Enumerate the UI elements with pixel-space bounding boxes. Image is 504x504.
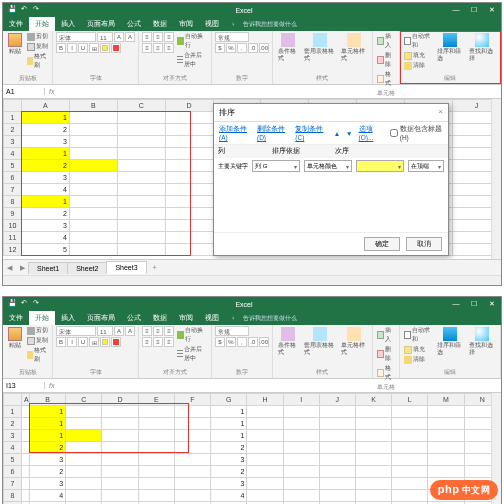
delete-cells[interactable]: 删除 [376, 51, 396, 69]
add-level[interactable]: 添加条件(A) [219, 125, 251, 141]
fx-icon[interactable]: fx [45, 88, 58, 95]
wrap-button[interactable]: 自动换行 [176, 32, 208, 50]
cut-button[interactable]: 剪切 [26, 32, 49, 41]
close-button[interactable]: ✕ [483, 300, 501, 308]
shrink-font[interactable]: A [125, 32, 135, 42]
paste-button[interactable]: 粘贴 [6, 32, 24, 56]
qat-undo-icon[interactable]: ↶ [19, 299, 29, 309]
align-ctr[interactable]: ≡ [153, 43, 163, 53]
tell-me[interactable]: ♀ 告诉我您想要做什么 [225, 18, 309, 31]
tab-home[interactable]: 开始 [29, 311, 55, 325]
fill[interactable]: 填充 [403, 51, 433, 60]
tab-layout[interactable]: 页面布局 [81, 311, 121, 325]
align-left[interactable]: ≡ [142, 43, 152, 53]
underline-button[interactable]: U [78, 43, 88, 53]
sheet-tabs: ◀ ▶ Sheet1 Sheet2 Sheet3 + [3, 259, 501, 275]
table-format[interactable]: 套用表格格式 [302, 32, 337, 62]
italic-button[interactable]: I [67, 43, 77, 53]
bold-button[interactable]: B [56, 43, 66, 53]
tab-view[interactable]: 视图 [199, 311, 225, 325]
delete-level[interactable]: 删除条件(D) [257, 125, 289, 141]
tab-nav-prev[interactable]: ◀ [3, 264, 16, 272]
vscroll[interactable] [491, 99, 501, 259]
clear[interactable]: 清除 [403, 61, 433, 70]
fx-icon[interactable]: fx [45, 382, 58, 389]
tab-data[interactable]: 数据 [147, 17, 173, 31]
header-checkbox[interactable]: 数据包含标题(H) [390, 125, 443, 141]
min-button[interactable]: — [447, 6, 465, 14]
inc-dec[interactable]: .0 [248, 43, 258, 53]
paste-button[interactable]: 粘贴 [6, 326, 24, 350]
tab-insert[interactable]: 插入 [55, 311, 81, 325]
hscroll[interactable] [3, 275, 501, 285]
cond-format[interactable]: 条件格式 [276, 32, 301, 62]
dialog-title: 排序 [219, 107, 235, 118]
name-box[interactable]: I13 [3, 382, 45, 389]
currency[interactable]: $ [215, 43, 225, 53]
insert-cells[interactable]: 插入 [376, 32, 396, 50]
comma[interactable]: , [237, 43, 247, 53]
tab-layout[interactable]: 页面布局 [81, 17, 121, 31]
merge-button[interactable]: 合并后居中 [176, 51, 208, 69]
align-right[interactable]: ≡ [164, 43, 174, 53]
align-mid[interactable]: ≡ [153, 32, 163, 42]
qat-save-icon[interactable]: 💾 [7, 5, 17, 15]
grid-bottom[interactable]: ABCDEFGHIJKLMN 111 211 311 422 533 622 7… [3, 393, 501, 504]
move-up-icon[interactable]: ▲ [334, 130, 340, 137]
tab-data[interactable]: 数据 [147, 311, 173, 325]
tab-formulas[interactable]: 公式 [121, 311, 147, 325]
tab-view[interactable]: 视图 [199, 17, 225, 31]
percent[interactable]: % [226, 43, 236, 53]
font-color-button[interactable] [111, 43, 121, 53]
autosum[interactable]: 自动求和 [403, 32, 433, 50]
dec-dec[interactable]: .00 [259, 43, 269, 53]
fill-color-button[interactable] [100, 43, 110, 53]
border-button[interactable]: ⊞ [89, 43, 99, 53]
align-top[interactable]: ≡ [142, 32, 152, 42]
sort-column-select[interactable]: 列 G▾ [252, 160, 300, 172]
sheet-tab-3[interactable]: Sheet3 [106, 261, 146, 274]
sort-position[interactable]: 在顶端▾ [408, 160, 444, 172]
tab-review[interactable]: 审阅 [173, 311, 199, 325]
sort-filter[interactable]: 排序和筛选 [435, 32, 465, 62]
tab-file[interactable]: 文件 [3, 311, 29, 325]
qat-save-icon[interactable]: 💾 [7, 299, 17, 309]
cell-style[interactable]: 单元格样式 [339, 32, 369, 62]
ribbon: 粘贴 剪切 复制 格式刷 剪贴板 宋体 11 A A [3, 31, 501, 85]
name-box[interactable]: A1 [3, 88, 45, 95]
format-cells[interactable]: 格式 [376, 70, 396, 88]
qat-undo-icon[interactable]: ↶ [19, 5, 29, 15]
tab-review[interactable]: 审阅 [173, 17, 199, 31]
ok-button[interactable]: 确定 [364, 237, 400, 251]
tab-formulas[interactable]: 公式 [121, 17, 147, 31]
close-button[interactable]: ✕ [483, 6, 501, 14]
sort-on-select[interactable]: 单元格颜色▾ [304, 160, 352, 172]
sheet-tab-1[interactable]: Sheet1 [28, 262, 68, 274]
qat-redo-icon[interactable]: ↷ [31, 5, 41, 15]
tab-home[interactable]: 开始 [29, 17, 55, 31]
tell-me[interactable]: ♀ 告诉我您想要做什么 [225, 312, 309, 325]
cancel-button[interactable]: 取消 [406, 237, 442, 251]
min-button[interactable]: — [447, 300, 465, 308]
painter-button[interactable]: 格式刷 [26, 52, 49, 70]
group-font: 宋体 11 A A B I U ⊞ 字体 [53, 31, 139, 84]
sort-order-color[interactable]: ▾ [356, 160, 404, 172]
font-name[interactable]: 宋体 [56, 32, 96, 42]
sort-options[interactable]: 选项(O)... [359, 125, 384, 141]
tab-insert[interactable]: 插入 [55, 17, 81, 31]
max-button[interactable]: ☐ [465, 6, 483, 14]
copy-button[interactable]: 复制 [26, 42, 49, 51]
find-select[interactable]: 查找和选择 [467, 32, 497, 62]
dialog-close-icon[interactable]: × [438, 107, 443, 118]
tab-file[interactable]: 文件 [3, 17, 29, 31]
copy-level[interactable]: 复制条件(C) [295, 125, 327, 141]
font-size[interactable]: 11 [97, 32, 113, 42]
new-sheet[interactable]: + [147, 264, 163, 271]
move-down-icon[interactable]: ▼ [346, 130, 352, 137]
max-button[interactable]: ☐ [465, 300, 483, 308]
grow-font[interactable]: A [114, 32, 124, 42]
align-bot[interactable]: ≡ [164, 32, 174, 42]
number-format[interactable]: 常规 [215, 32, 249, 42]
qat-redo-icon[interactable]: ↷ [31, 299, 41, 309]
sheet-tab-2[interactable]: Sheet2 [67, 262, 107, 274]
